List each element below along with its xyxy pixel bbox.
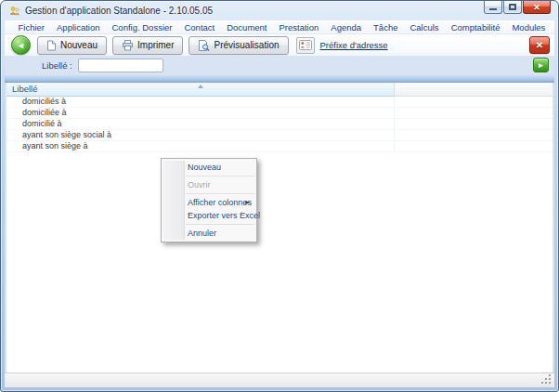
caption-buttons: ✕: [483, 1, 551, 14]
grid-cell-libelle: ayant son siège social à: [6, 130, 395, 140]
print-button[interactable]: Imprimer: [112, 36, 183, 55]
context-menu-separator: [186, 193, 254, 194]
maximize-icon: [509, 4, 516, 10]
grid-row[interactable]: domicilié à: [6, 119, 552, 130]
print-preview-icon: [198, 40, 210, 51]
address-prefix-link[interactable]: Préfixe d'adresse: [320, 40, 388, 50]
address-card-button[interactable]: [296, 37, 315, 54]
search-go-button[interactable]: ►: [533, 58, 549, 72]
app-window: Gestion d'application Standalone - 2.10.…: [0, 0, 559, 392]
resize-grip[interactable]: [549, 382, 551, 384]
close-view-button[interactable]: ✕: [529, 36, 550, 54]
context-menu-item-annuler[interactable]: Annuler: [162, 227, 256, 240]
menu-calculs[interactable]: Calculs: [404, 22, 445, 33]
titlebar: Gestion d'application Standalone - 2.10.…: [1, 1, 558, 20]
context-menu: Nouveau Ouvrir Afficher colonnes ► Expor…: [161, 158, 257, 242]
back-arrow-icon: ◄: [17, 41, 25, 50]
grid-row[interactable]: ayant son siège à: [6, 141, 552, 152]
menu-agenda[interactable]: Agenda: [325, 22, 368, 33]
menu-modules[interactable]: Modules: [506, 22, 552, 33]
menu-prestation[interactable]: Prestation: [273, 22, 325, 33]
grid-cell-empty: [395, 141, 552, 151]
toolbar: ◄ Nouveau Imprimer: [5, 34, 554, 56]
results-grid: Libellé domiciliés à domiciliée à domici…: [6, 83, 552, 372]
menu-comptabilite[interactable]: Comptabilité: [445, 22, 506, 33]
panel-divider: [5, 74, 554, 83]
grid-body: domiciliés à domiciliée à domicilié à ay…: [6, 97, 552, 372]
column-header-empty[interactable]: [395, 83, 552, 97]
column-header-libelle[interactable]: Libellé: [6, 83, 395, 97]
grid-cell-empty: [395, 119, 552, 129]
menu-config-dossier[interactable]: Config. Dossier: [106, 22, 178, 33]
grid-cell-empty: [395, 130, 552, 140]
menu-utilisateur[interactable]: Utilisateur: [552, 22, 554, 33]
close-icon: ✕: [533, 3, 540, 12]
new-document-icon: [46, 40, 57, 51]
maximize-button[interactable]: [503, 1, 522, 14]
context-menu-item-exporter-excel[interactable]: Exporter vers Excel: [162, 209, 256, 222]
context-menu-item-nouveau[interactable]: Nouveau: [162, 161, 256, 174]
grid-header: Libellé: [6, 83, 552, 97]
back-button[interactable]: ◄: [11, 35, 31, 55]
grid-cell-empty: [395, 108, 552, 118]
go-arrow-icon: ►: [538, 61, 545, 70]
libelle-filter-input[interactable]: [78, 59, 163, 72]
new-button[interactable]: Nouveau: [37, 36, 107, 55]
menu-application[interactable]: Application: [51, 22, 106, 33]
context-menu-separator: [186, 176, 254, 176]
menu-document[interactable]: Document: [221, 22, 273, 33]
grid-cell-libelle: domicilié à: [6, 119, 395, 129]
sort-ascending-icon: [198, 85, 203, 88]
context-menu-item-ouvrir: Ouvrir: [162, 178, 256, 191]
context-menu-item-label: Afficher colonnes: [188, 198, 252, 207]
context-menu-separator: [186, 224, 254, 225]
preview-button-label: Prévisualisation: [214, 40, 279, 50]
context-menu-item-afficher-colonnes[interactable]: Afficher colonnes ►: [162, 196, 256, 209]
menubar: Fichier Application Config. Dossier Cont…: [5, 20, 554, 34]
minimize-button[interactable]: [484, 1, 502, 14]
window-close-button[interactable]: ✕: [523, 1, 551, 14]
menu-contact[interactable]: Contact: [178, 22, 221, 33]
window-title: Gestion d'application Standalone - 2.10.…: [25, 6, 213, 16]
print-button-label: Imprimer: [137, 40, 174, 50]
grid-row[interactable]: ayant son siège social à: [6, 130, 552, 141]
grid-cell-libelle: domiciliés à: [6, 97, 395, 107]
grid-cell-libelle: domiciliée à: [6, 108, 395, 118]
libelle-filter-label: Libellé :: [42, 60, 72, 71]
close-view-icon: ✕: [536, 40, 543, 50]
submenu-arrow-icon: ►: [244, 196, 251, 209]
preview-button[interactable]: Prévisualisation: [188, 36, 288, 55]
menu-tache[interactable]: Tâche: [368, 22, 404, 33]
client-area: Fichier Application Config. Dossier Cont…: [5, 20, 554, 387]
minimize-icon: [489, 8, 497, 10]
new-button-label: Nouveau: [60, 40, 98, 50]
grid-row[interactable]: domiciliés à: [6, 97, 552, 108]
address-card-icon: [299, 40, 312, 50]
column-header-label: Libellé: [12, 84, 37, 94]
printer-icon: [122, 40, 134, 51]
filter-row: Libellé : ►: [5, 56, 554, 74]
grid-cell-empty: [395, 97, 552, 107]
grid-row[interactable]: domiciliée à: [6, 108, 552, 119]
status-strip: [5, 372, 554, 387]
menu-fichier[interactable]: Fichier: [12, 22, 51, 33]
app-icon: [9, 6, 20, 17]
grid-cell-libelle: ayant son siège à: [6, 141, 395, 151]
